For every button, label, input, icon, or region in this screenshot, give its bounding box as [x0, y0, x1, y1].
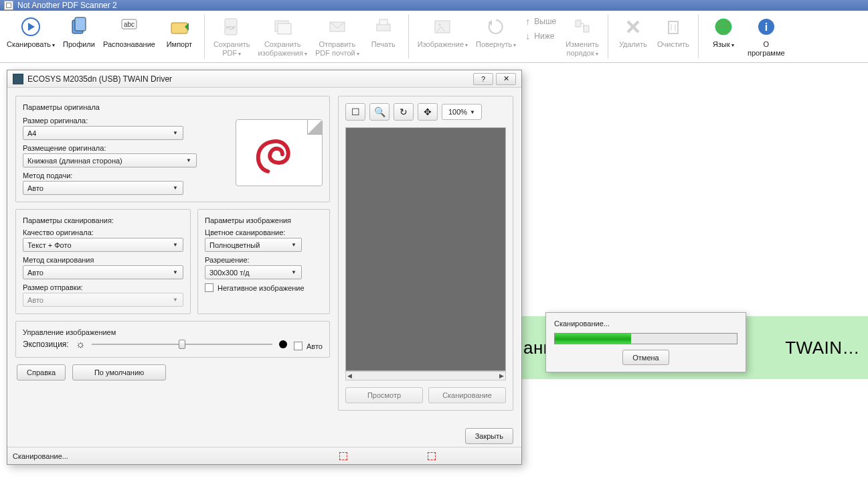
- ribbon: Сканировать▾ Профили abc Распознавание И…: [0, 11, 868, 63]
- svg-rect-22: [669, 21, 678, 33]
- start-scan-button[interactable]: Сканирование: [428, 387, 506, 403]
- original-params-header: Параметры оригинала: [23, 103, 323, 111]
- chevron-down-icon: ▼: [171, 240, 180, 249]
- dialog-titlebar[interactable]: ECOSYS M2035dn (USB) TWAIN Driver ? ✕: [7, 70, 521, 88]
- chevron-down-icon: ▼: [171, 268, 180, 277]
- picture-icon: [430, 15, 454, 39]
- chevron-down-icon: ▼: [289, 268, 298, 277]
- dialog-statusbar: Сканирование...: [7, 447, 521, 464]
- exposure-auto-checkbox[interactable]: Авто: [294, 342, 323, 350]
- rotate-icon: ↻: [400, 107, 408, 117]
- move-up-button[interactable]: ↑Выше: [523, 15, 559, 28]
- feed-select[interactable]: Авто▼: [23, 181, 183, 195]
- svg-rect-14: [379, 19, 387, 25]
- reorder-icon: [570, 15, 594, 39]
- profiles-label: Профили: [63, 40, 95, 49]
- size-label: Размер оригинала:: [23, 117, 228, 125]
- close-button[interactable]: Закрыть: [465, 428, 513, 444]
- svg-point-16: [438, 23, 441, 26]
- images-icon: [270, 15, 294, 39]
- color-select[interactable]: Полноцветный▼: [205, 238, 302, 252]
- svg-rect-3: [75, 17, 86, 31]
- strip-text-right: TWAIN…: [785, 338, 860, 358]
- about-button[interactable]: i Опрограмме: [744, 12, 789, 60]
- clear-button[interactable]: Очистить: [653, 12, 693, 52]
- print-icon: [371, 15, 396, 39]
- import-button[interactable]: Импорт: [159, 12, 199, 52]
- profiles-button[interactable]: Профили: [59, 12, 99, 52]
- exposure-slider[interactable]: [92, 344, 272, 345]
- rotate-menu-button[interactable]: Повернуть▾: [472, 12, 520, 52]
- preview-canvas[interactable]: [345, 127, 506, 371]
- preview-button[interactable]: Просмотр: [345, 387, 423, 403]
- delete-button[interactable]: Удалить: [613, 12, 653, 52]
- zoom-combo[interactable]: 100% ▼: [442, 104, 482, 120]
- dialog-icon: [13, 74, 23, 84]
- ocr-button[interactable]: abc Распознавание: [99, 12, 159, 52]
- svg-marker-1: [28, 23, 35, 31]
- resolution-select[interactable]: 300х300 т/д▼: [205, 265, 302, 279]
- preview-panel: ☐ 🔍 ↻ ✥ 100% ▼ ◀▶ Просмотр Сканирование: [338, 96, 513, 411]
- crop-marker-icon: [339, 452, 347, 460]
- send-pdf-button[interactable]: ОтправитьPDF почтой▾: [311, 12, 363, 61]
- crop-tool[interactable]: ☐: [345, 103, 365, 121]
- brightness-low-icon: ☼: [76, 338, 86, 350]
- reorder-button[interactable]: Изменитьпорядок▾: [561, 12, 603, 61]
- delete-icon: [621, 15, 645, 39]
- orientation-select[interactable]: Книжная (длинная сторона)▼: [23, 153, 197, 167]
- chevron-down-icon: ▾: [52, 42, 55, 48]
- chevron-down-icon: ▼: [171, 295, 180, 304]
- svg-rect-19: [584, 25, 589, 32]
- orientation-label: Размещение оригинала:: [23, 144, 228, 152]
- scan-button[interactable]: Сканировать▾: [3, 12, 59, 52]
- status-text: Сканирование...: [13, 452, 68, 460]
- language-button[interactable]: Язык▾: [703, 12, 744, 52]
- ocr-label: Распознавание: [103, 40, 155, 49]
- import-icon: [167, 15, 191, 39]
- move-down-button[interactable]: ↓Ниже: [523, 29, 559, 43]
- svg-text:abc: abc: [124, 21, 135, 28]
- clear-icon: [661, 15, 685, 39]
- help-button[interactable]: Справка: [17, 364, 66, 380]
- quality-label: Качество оригинала:: [23, 228, 183, 236]
- work-area: ани TWAIN… ECOSYS M2035dn (USB) TWAIN Dr…: [0, 63, 868, 489]
- checkbox-icon: [294, 342, 302, 350]
- help-titlebar-button[interactable]: ?: [473, 73, 493, 85]
- image-menu-button[interactable]: Изображение▾: [414, 12, 472, 52]
- print-button[interactable]: Печать: [363, 12, 404, 52]
- progress-bar: [554, 333, 737, 344]
- svg-rect-18: [576, 20, 581, 27]
- close-titlebar-button[interactable]: ✕: [496, 73, 516, 85]
- chevron-down-icon: ▼: [184, 156, 193, 165]
- svg-text:PDF: PDF: [226, 25, 236, 30]
- brightness-high-icon: [279, 340, 287, 348]
- quality-select[interactable]: Текст + Фото▼: [23, 238, 183, 252]
- image-control-header: Управление изображением: [23, 328, 323, 336]
- send-size-label: Размер отправки:: [23, 283, 183, 291]
- chevron-down-icon: ▼: [470, 109, 475, 115]
- magnifier-icon: 🔍: [374, 107, 385, 117]
- image-control-group: Управление изображением Экспозиция: ☼ Ав…: [15, 321, 330, 358]
- mail-icon: [325, 15, 349, 39]
- negative-checkbox[interactable]: Негативное изображение: [205, 283, 323, 292]
- image-params-header: Параметры изображения: [205, 216, 323, 224]
- size-select[interactable]: A4▼: [23, 126, 183, 140]
- preview-scrollbar[interactable]: ◀▶: [345, 371, 506, 380]
- color-label: Цветное сканирование:: [205, 228, 323, 236]
- defaults-button[interactable]: По умолчанию: [72, 364, 166, 380]
- scan-params-header: Параметры сканирования:: [23, 216, 183, 224]
- crop-icon: ☐: [351, 107, 360, 117]
- pan-tool[interactable]: ✥: [418, 103, 438, 121]
- feed-label: Метод подачи:: [23, 171, 228, 180]
- resolution-label: Разрешение:: [205, 256, 323, 264]
- move-group: ↑Выше ↓Ниже: [520, 12, 561, 46]
- arrow-up-icon: ↑: [525, 16, 530, 27]
- save-pdf-button[interactable]: PDF СохранитьPDF▾: [209, 12, 254, 61]
- save-images-button[interactable]: Сохранитьизображения▾: [254, 12, 311, 61]
- method-select[interactable]: Авто▼: [23, 265, 183, 279]
- rotate-tool[interactable]: ↻: [394, 103, 414, 121]
- info-icon: i: [754, 15, 778, 39]
- scan-label: Сканировать: [7, 40, 51, 48]
- zoom-tool[interactable]: 🔍: [369, 103, 389, 121]
- cancel-button[interactable]: Отмена: [622, 350, 669, 365]
